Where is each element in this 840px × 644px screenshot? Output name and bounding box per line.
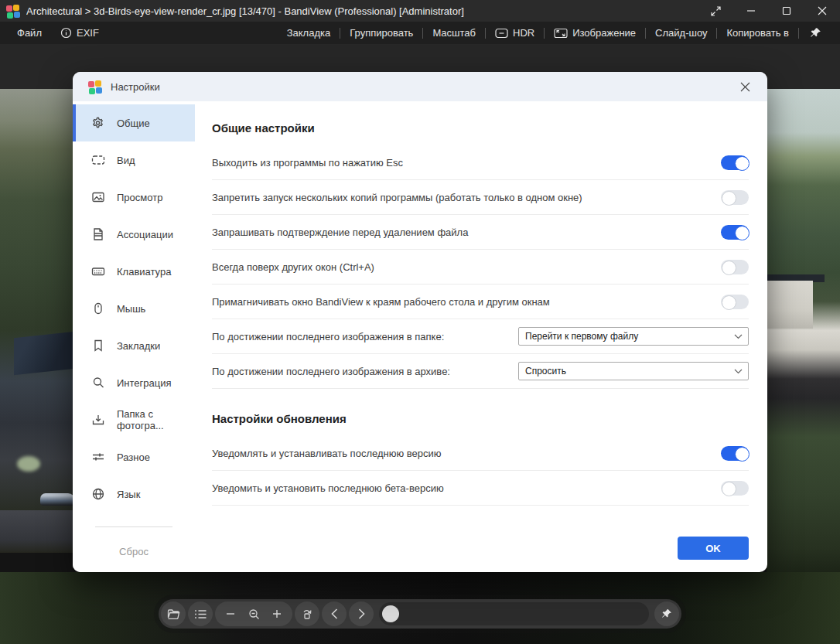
zoom-in-icon[interactable] — [266, 601, 288, 626]
bandiview-logo-icon — [88, 80, 101, 94]
chevron-down-icon — [734, 334, 743, 339]
settings-dialog: Настройки Общие Вид — [73, 72, 767, 572]
info-icon — [60, 27, 72, 39]
dialog-title: Настройки — [111, 81, 160, 93]
sidebar-divider — [95, 526, 172, 527]
sidebar-item-browse[interactable]: Просмотр — [73, 179, 195, 216]
menubar: Файл EXIF Закладка Группировать Масштаб … — [0, 22, 840, 44]
setting-row-snap-window: Примагничивать окно BandiView к краям ра… — [212, 285, 749, 319]
zoom-control-group — [215, 601, 292, 626]
settings-dialog-header: Настройки — [73, 72, 767, 101]
viewer-toolbar — [159, 599, 681, 629]
toggle-beta-update[interactable] — [721, 481, 749, 496]
mouse-icon — [91, 302, 105, 315]
bookmark-icon — [91, 339, 105, 353]
menu-copy-to[interactable]: Копировать в — [717, 22, 798, 44]
pin-icon[interactable] — [654, 601, 679, 626]
magnifier-icon[interactable] — [243, 601, 265, 626]
sidebar-item-label: Общие — [117, 118, 150, 129]
frame-icon — [91, 153, 105, 167]
setting-row-single-instance: Запретить запуск нескольких копий програ… — [212, 180, 749, 215]
sidebar-item-keyboard[interactable]: Клавиатура — [73, 253, 195, 290]
select-last-image-archive[interactable]: Спросить — [518, 362, 749, 380]
hdr-icon — [495, 28, 508, 39]
download-tray-icon — [91, 413, 105, 427]
sidebar-item-label: Просмотр — [117, 192, 162, 203]
sidebar-item-photo-folder[interactable]: Папка с фотогра... — [73, 401, 195, 438]
menu-file[interactable]: Файл — [8, 22, 51, 44]
image-icon — [91, 190, 105, 204]
sidebar-item-mouse[interactable]: Мышь — [73, 290, 195, 327]
search-icon — [91, 376, 105, 390]
menu-slideshow[interactable]: Слайд-шоу — [646, 22, 716, 44]
sidebar-item-view[interactable]: Вид — [73, 141, 195, 179]
document-icon — [91, 227, 105, 241]
fullscreen-expand-icon[interactable] — [698, 0, 733, 22]
setting-row-exit-esc: Выходить из программы по нажатию Esc — [212, 145, 749, 180]
reset-button[interactable]: Сброс — [119, 546, 149, 557]
close-button[interactable] — [804, 0, 840, 22]
sidebar-item-label: Мышь — [117, 303, 145, 315]
titlebar: Architectural > 3d-Birds-eye-view-render… — [0, 0, 840, 22]
sidebar-item-label: Закладки — [117, 340, 160, 352]
zoom-out-icon[interactable] — [220, 601, 241, 626]
section-title-updates: Настройки обновления — [212, 412, 749, 425]
setting-row-confirm-delete: Запрашивать подтверждение перед удаление… — [212, 215, 749, 250]
toggle-always-on-top[interactable] — [721, 260, 749, 274]
sidebar-item-label: Вид — [117, 155, 135, 166]
list-icon[interactable] — [188, 601, 213, 626]
chevron-left-icon[interactable] — [322, 601, 347, 626]
bandiview-logo-icon — [6, 5, 19, 18]
sidebar-item-misc[interactable]: Разное — [73, 438, 195, 475]
minimize-button[interactable] — [733, 0, 769, 22]
setting-row-last-image-archive: По достижении последнего изображения в а… — [212, 354, 749, 389]
toggle-exit-esc[interactable] — [721, 155, 749, 170]
keyboard-icon — [91, 264, 105, 278]
toggle-single-instance[interactable] — [721, 190, 749, 205]
image-position-slider[interactable] — [379, 602, 649, 625]
sidebar-item-label: Ассоциации — [117, 229, 173, 240]
sliders-icon — [91, 450, 105, 464]
menu-bookmark[interactable]: Закладка — [278, 22, 340, 44]
menu-group[interactable]: Группировать — [340, 22, 422, 44]
toggle-auto-update[interactable] — [721, 446, 749, 461]
setting-row-auto-update: Уведомлять и устанавливать последнюю вер… — [212, 436, 749, 471]
settings-panel: Общие настройки Выходить из программы по… — [195, 101, 767, 572]
setting-row-last-image-folder: По достижении последнего изображения в п… — [212, 319, 749, 354]
window-title: Architectural > 3d-Birds-eye-view-render… — [26, 5, 464, 17]
sidebar-item-label: Клавиатура — [117, 266, 171, 278]
setting-row-always-on-top: Всегда поверх других окон (Ctrl+A) — [212, 250, 749, 285]
menu-exif[interactable]: EXIF — [51, 22, 108, 44]
chevron-right-icon[interactable] — [349, 601, 374, 626]
sidebar-item-bookmarks[interactable]: Закладки — [73, 327, 195, 364]
maximize-button[interactable] — [769, 0, 804, 22]
slider-thumb[interactable] — [382, 605, 399, 622]
menu-image[interactable]: Изображение — [545, 22, 645, 44]
select-last-image-folder[interactable]: Перейти к первому файлу — [518, 327, 749, 346]
window-controls — [698, 0, 840, 22]
sidebar-item-language[interactable]: Язык — [73, 475, 195, 513]
toggle-snap-window[interactable] — [721, 295, 749, 309]
menu-hdr[interactable]: HDR — [486, 22, 544, 44]
sidebar-item-associations[interactable]: Ассоциации — [73, 216, 195, 253]
section-title-general: Общие настройки — [212, 121, 749, 135]
setting-row-beta-update: Уведомить и установить последнюю бета-ве… — [212, 471, 749, 506]
menu-scale[interactable]: Масштаб — [423, 22, 485, 44]
background-render-right — [767, 89, 840, 572]
settings-sidebar: Общие Вид Просмотр Ассоциации — [73, 101, 195, 572]
background-render-left — [0, 89, 75, 553]
sidebar-item-label: Папка с фотогра... — [117, 408, 195, 431]
pin-icon[interactable] — [799, 22, 832, 44]
resize-icon — [554, 28, 568, 39]
folder-icon[interactable] — [161, 601, 186, 626]
sidebar-item-label: Интеграция — [117, 377, 172, 389]
sidebar-item-integration[interactable]: Интеграция — [73, 364, 195, 401]
sidebar-item-label: Разное — [117, 451, 150, 463]
sidebar-item-general[interactable]: Общие — [73, 104, 195, 141]
globe-icon — [91, 487, 105, 501]
dialog-close-icon[interactable] — [733, 75, 756, 98]
ok-button[interactable]: OK — [678, 537, 749, 560]
chevron-down-icon — [734, 369, 743, 374]
toggle-confirm-delete[interactable] — [721, 225, 749, 240]
rotate-icon[interactable] — [295, 601, 319, 626]
